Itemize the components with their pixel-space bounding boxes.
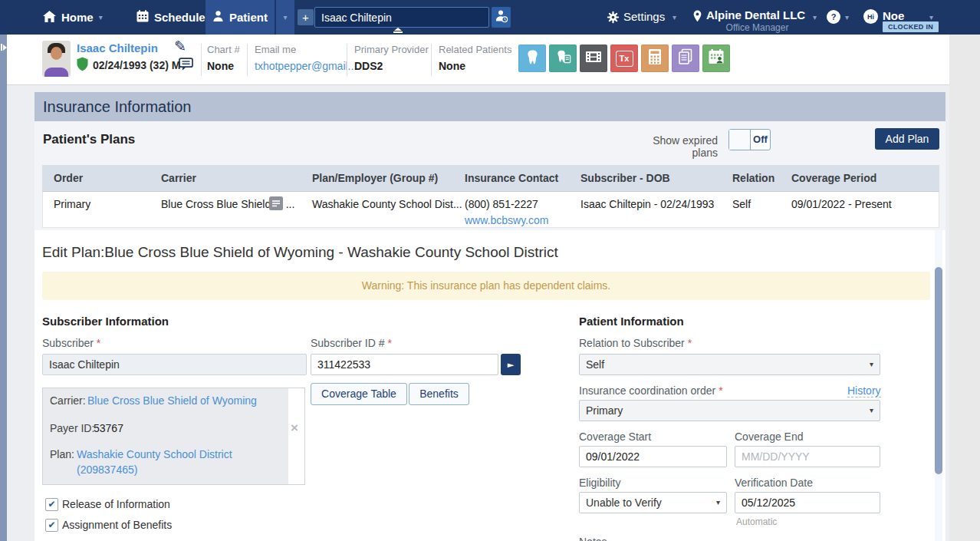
tooth-icon — [525, 48, 541, 69]
patient-dob: 02/24/1993 (32) M — [93, 59, 180, 71]
col-relation: Relation — [732, 172, 774, 184]
treatment-plan-tile[interactable]: Tx — [610, 45, 638, 72]
history-link[interactable]: History — [847, 384, 881, 398]
patient-search-input[interactable] — [314, 7, 489, 28]
nav-patient[interactable]: Patient — [206, 0, 275, 35]
coverage-end-field[interactable] — [735, 446, 880, 467]
select-chevron-icon: ▾ — [870, 401, 873, 421]
show-expired-toggle[interactable]: Off — [728, 129, 771, 150]
row-plan: Washakie County School Dist... — [312, 198, 462, 210]
divider — [201, 44, 202, 76]
verification-date-field[interactable] — [735, 492, 880, 513]
toggle-knob — [729, 130, 751, 150]
col-subscriber: Subscriber - DOB — [580, 172, 670, 184]
coverage-table-button[interactable]: Coverage Table — [311, 383, 407, 405]
plan-number-link[interactable]: (209837465) — [77, 463, 137, 476]
patient-info-heading: Patient Information — [579, 315, 684, 328]
primary-provider-value: DDS2 — [354, 60, 383, 72]
tooth-chart-tile[interactable] — [518, 45, 546, 72]
related-patients-label: Related Patients — [439, 44, 511, 55]
row-relation: Self — [732, 198, 751, 210]
warning-banner: Warning: This insurance plan has depende… — [42, 272, 930, 300]
select-chevron-icon: ▾ — [870, 355, 873, 374]
row-subscriber: Isaac Chiltepin - 02/24/1993 — [580, 198, 714, 210]
user-menu[interactable]: Noe — [883, 9, 904, 22]
divider — [431, 44, 432, 76]
scheduler-tile[interactable] — [702, 45, 730, 72]
release-of-information-checkbox[interactable]: ✔ — [45, 498, 58, 511]
assignment-of-benefits-checkbox[interactable]: ✔ — [45, 519, 58, 532]
search-collapse-icon[interactable] — [393, 28, 403, 33]
documents-tile[interactable] — [672, 45, 699, 72]
carrier-link[interactable]: Blue Cross Blue Shield of Wyoming — [87, 394, 257, 407]
add-tab-button[interactable]: + — [298, 9, 314, 25]
chevron-down-icon[interactable]: ▾ — [845, 13, 849, 21]
send-icon: ► — [508, 360, 514, 370]
help-icon[interactable]: ? — [827, 10, 840, 24]
email-label: Email me — [255, 44, 296, 55]
col-contact: Insurance Contact — [465, 172, 558, 184]
relation-select[interactable]: Self▾ — [579, 354, 880, 375]
coverage-start-label: Coverage Start — [579, 430, 651, 443]
email-link[interactable]: txhotpepper@gmail... — [255, 60, 357, 72]
patient-avatar[interactable] — [42, 41, 71, 77]
nav-schedule[interactable]: Schedule ▾ — [136, 0, 215, 35]
relation-label: Relation to Subscriber * — [579, 337, 692, 349]
ledger-tile[interactable] — [641, 45, 669, 72]
nav-patient-dropdown[interactable]: ▾ — [276, 0, 294, 35]
subscriber-field[interactable] — [42, 354, 307, 375]
patient-search-icon — [495, 9, 508, 26]
coverage-start-field[interactable] — [579, 446, 727, 467]
coordination-select[interactable]: Primary▾ — [579, 400, 880, 421]
chevron-down-icon[interactable]: ▾ — [99, 13, 103, 21]
assignment-of-benefits-label: Assignment of Benefits — [62, 519, 172, 531]
payer-id-value: 53767 — [94, 422, 123, 434]
scrollbar-thumb[interactable] — [935, 267, 942, 474]
benefits-button[interactable]: Benefits — [409, 383, 469, 405]
primary-provider-label: Primary Provider — [354, 44, 429, 55]
row-website-link[interactable]: www.bcbswy.com — [465, 214, 548, 226]
divider — [247, 44, 248, 76]
perio-chart-icon — [554, 48, 572, 69]
plans-title: Patient's Plans — [43, 132, 135, 147]
show-expired-label: Show expired plans — [630, 134, 718, 159]
eligibility-select[interactable]: Unable to Verify▾ — [579, 492, 727, 513]
chart-number-value: None — [207, 60, 234, 72]
imaging-icon — [585, 49, 602, 68]
comment-icon[interactable] — [179, 58, 194, 74]
note-icon[interactable] — [269, 196, 283, 213]
nav-patient-label: Patient — [229, 11, 268, 24]
nav-home-label: Home — [61, 11, 94, 24]
close-icon[interactable]: × — [291, 421, 298, 436]
right-gutter — [949, 35, 980, 541]
plan-label: Plan: — [50, 448, 74, 460]
select-chevron-icon: ▾ — [716, 493, 720, 513]
subscriber-id-field[interactable] — [311, 354, 498, 375]
verification-date-label: Verification Date — [735, 477, 813, 489]
plan-link[interactable]: Washakie County School District — [77, 448, 232, 460]
coordination-label: Insurance coordination order * — [579, 384, 723, 397]
expand-panel-icon[interactable] — [1, 44, 7, 51]
nav-home[interactable]: Home ▾ — [43, 0, 103, 35]
settings-menu[interactable]: Settings — [623, 10, 665, 23]
badge-notch — [939, 23, 942, 31]
patient-name-link[interactable]: Isaac Chiltepin — [77, 41, 158, 54]
subscriber-id-send-button[interactable]: ► — [501, 354, 521, 375]
imaging-tile[interactable] — [580, 45, 607, 72]
edit-icon[interactable]: ✎ — [174, 38, 186, 54]
practice-name[interactable]: Alpine Dental LLC — [706, 8, 805, 21]
patient-search-button[interactable] — [492, 7, 511, 28]
home-icon — [43, 11, 56, 25]
carrier-box-gutter — [288, 388, 304, 484]
perio-chart-tile[interactable] — [549, 45, 577, 72]
chevron-down-icon[interactable]: ▾ — [929, 13, 933, 21]
collapsed-side-panel[interactable] — [0, 35, 7, 541]
row-coverage: 09/01/2022 - Present — [791, 198, 892, 210]
add-plan-button[interactable]: Add Plan — [875, 128, 939, 150]
edit-plan-title: Edit Plan:Blue Cross Blue Shield of Wyom… — [42, 244, 558, 261]
settings-icon — [607, 11, 620, 27]
eligibility-label: Eligibility — [579, 477, 620, 489]
chevron-down-icon[interactable]: ▾ — [673, 13, 676, 21]
payer-id-label: Payer ID: — [50, 422, 94, 434]
chevron-down-icon[interactable]: ▾ — [813, 13, 817, 21]
